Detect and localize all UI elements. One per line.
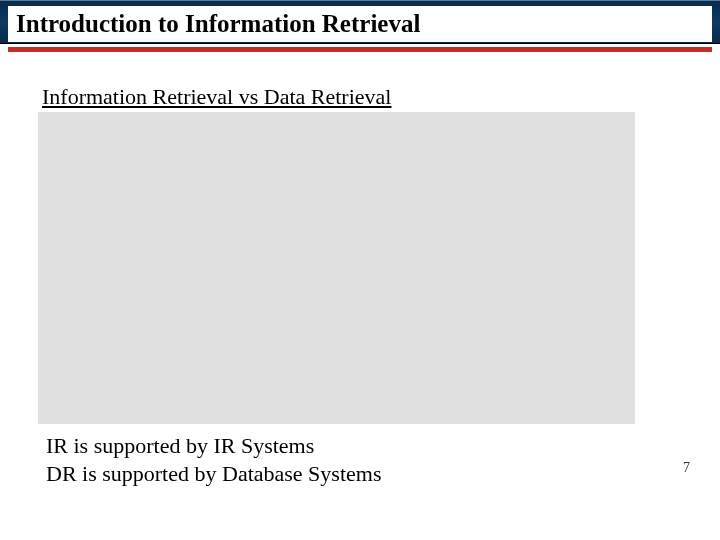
body-line-2: DR is supported by Database Systems	[46, 460, 381, 488]
page-title: Introduction to Information Retrieval	[16, 10, 420, 38]
divider-rule	[8, 47, 712, 52]
section-subtitle: Information Retrieval vs Data Retrieval	[42, 84, 391, 110]
title-strip: Introduction to Information Retrieval	[8, 6, 712, 42]
content-placeholder	[38, 112, 635, 424]
body-line-1: IR is supported by IR Systems	[46, 432, 381, 460]
page-number: 7	[683, 460, 690, 476]
body-text: IR is supported by IR Systems DR is supp…	[46, 432, 381, 487]
